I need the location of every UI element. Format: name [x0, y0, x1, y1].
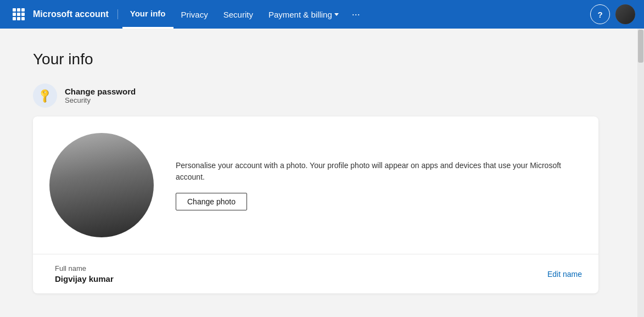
- key-icon: 🔑: [36, 87, 53, 104]
- main-content: Your info 🔑 Change password Security Per…: [0, 29, 631, 315]
- fullname-value: Digvijay kumar: [55, 274, 114, 283]
- profile-card: Personalise your account with a photo. Y…: [33, 116, 598, 293]
- change-password-subtitle: Security: [65, 96, 136, 104]
- key-icon-circle: 🔑: [33, 84, 57, 108]
- scrollbar-thumb[interactable]: [638, 30, 643, 63]
- scrollbar[interactable]: [637, 29, 644, 317]
- edit-name-link[interactable]: Edit name: [547, 270, 582, 279]
- profile-photo-wrapper: [49, 133, 154, 237]
- change-password-bar[interactable]: 🔑 Change password Security: [33, 84, 598, 108]
- profile-photo-section: Personalise your account with a photo. Y…: [33, 116, 598, 254]
- fullname-info: Full name Digvijay kumar: [55, 264, 114, 283]
- avatar-image: [615, 4, 635, 24]
- top-navigation: Microsoft account Your info Privacy Secu…: [0, 0, 644, 29]
- chevron-down-icon: [334, 13, 339, 16]
- nav-privacy[interactable]: Privacy: [173, 0, 216, 29]
- user-avatar[interactable]: [615, 4, 635, 24]
- change-password-title: Change password: [65, 87, 136, 96]
- waffle-grid-icon: [13, 8, 25, 20]
- waffle-menu-button[interactable]: [9, 4, 29, 24]
- nav-security[interactable]: Security: [216, 0, 261, 29]
- brand-name: Microsoft account: [29, 9, 118, 19]
- profile-photo-description: Personalise your account with a photo. Y…: [176, 160, 576, 183]
- help-button[interactable]: ?: [590, 4, 610, 24]
- more-options-button[interactable]: ···: [346, 0, 366, 29]
- change-photo-button[interactable]: Change photo: [176, 193, 247, 210]
- profile-photo: [49, 133, 154, 237]
- nav-payment-billing[interactable]: Payment & billing: [261, 0, 346, 29]
- nav-your-info[interactable]: Your info: [122, 0, 173, 29]
- fullname-label: Full name: [55, 264, 114, 272]
- fullname-section: Full name Digvijay kumar Edit name: [33, 254, 598, 293]
- profile-photo-info: Personalise your account with a photo. Y…: [176, 160, 576, 210]
- change-password-text: Change password Security: [65, 87, 136, 104]
- page-title: Your info: [33, 51, 598, 68]
- payment-billing-label: Payment & billing: [268, 10, 332, 19]
